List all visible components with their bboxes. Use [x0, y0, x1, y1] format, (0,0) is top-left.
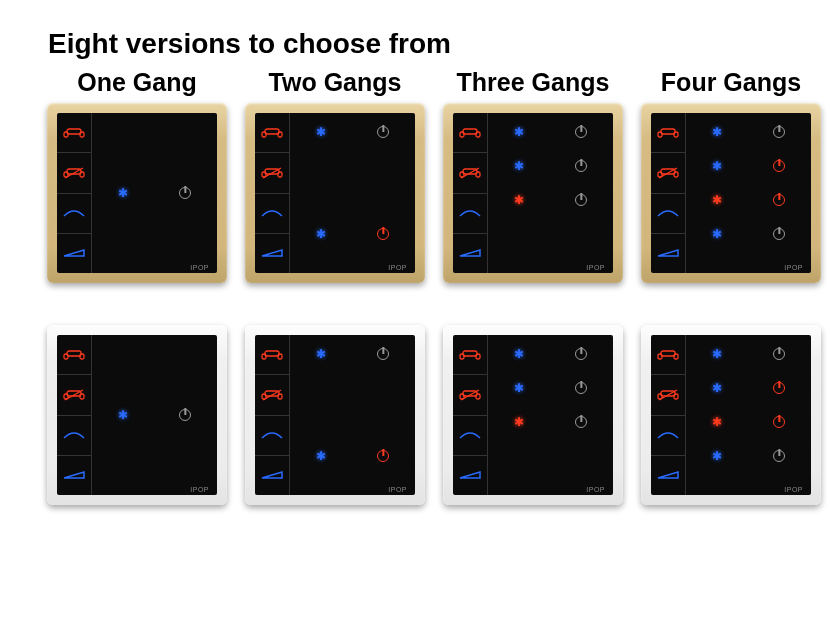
curve-icon[interactable] — [57, 416, 91, 456]
svg-rect-33 — [476, 172, 480, 177]
page-title: Eight versions to choose from — [48, 28, 830, 60]
sofa-off-icon[interactable] — [651, 153, 685, 193]
gang-row: ✱ — [488, 337, 613, 371]
gang-row: ✱ — [686, 371, 811, 405]
side-strip — [57, 335, 92, 495]
side-strip — [651, 335, 686, 495]
wedge-icon[interactable] — [651, 234, 685, 273]
indicator-star-icon: ✱ — [514, 193, 524, 207]
sofa-off-icon[interactable] — [453, 375, 487, 415]
sofa-off-icon[interactable] — [651, 375, 685, 415]
svg-rect-19 — [278, 172, 282, 177]
svg-rect-30 — [476, 132, 480, 137]
sofa-icon[interactable] — [651, 113, 685, 153]
gang-row: ✱ — [488, 371, 613, 405]
sofa-off-icon[interactable] — [453, 153, 487, 193]
indicator-star-icon: ✱ — [712, 227, 722, 241]
col-four: Four Gangs ✱✱✱✱IPOP ✱✱✱✱IPOP — [632, 68, 830, 547]
wedge-icon[interactable] — [255, 456, 289, 495]
power-icon[interactable] — [773, 382, 785, 394]
main-area: ✱✱IPOP — [290, 335, 415, 495]
power-icon[interactable] — [773, 126, 785, 138]
svg-rect-29 — [460, 132, 464, 137]
gang-row: ✱ — [92, 398, 217, 432]
touch-panel: ✱✱✱✱IPOP — [651, 113, 811, 273]
sofa-off-icon[interactable] — [57, 375, 91, 415]
wedge-icon[interactable] — [453, 234, 487, 273]
power-icon[interactable] — [773, 450, 785, 462]
power-icon[interactable] — [773, 416, 785, 428]
sofa-icon[interactable] — [57, 113, 91, 153]
brand-label: IPOP — [784, 264, 803, 271]
sofa-icon[interactable] — [453, 113, 487, 153]
side-strip — [57, 113, 92, 273]
curve-icon[interactable] — [453, 416, 487, 456]
main-area: ✱✱✱✱IPOP — [686, 335, 811, 495]
gang-row: ✱ — [686, 337, 811, 371]
power-icon[interactable] — [575, 416, 587, 428]
power-icon[interactable] — [773, 228, 785, 240]
indicator-star-icon: ✱ — [712, 125, 722, 139]
indicator-star-icon: ✱ — [118, 408, 128, 422]
label-three: Three Gangs — [457, 68, 610, 97]
wedge-icon[interactable] — [57, 456, 91, 495]
sofa-off-icon[interactable] — [255, 375, 289, 415]
power-icon[interactable] — [773, 348, 785, 360]
power-icon[interactable] — [179, 187, 191, 199]
indicator-star-icon: ✱ — [712, 415, 722, 429]
sofa-off-icon[interactable] — [255, 153, 289, 193]
col-two: Two Gangs ✱✱IPOP ✱✱IPOP — [236, 68, 434, 547]
svg-rect-40 — [476, 394, 480, 399]
power-icon[interactable] — [377, 126, 389, 138]
wedge-icon[interactable] — [651, 456, 685, 495]
power-icon[interactable] — [575, 160, 587, 172]
svg-rect-5 — [80, 172, 84, 177]
gang-row: ✱ — [686, 405, 811, 439]
curve-icon[interactable] — [651, 416, 685, 456]
main-area: ✱IPOP — [92, 335, 217, 495]
wedge-icon[interactable] — [453, 456, 487, 495]
curve-icon[interactable] — [57, 194, 91, 234]
svg-rect-15 — [262, 132, 266, 137]
indicator-star-icon: ✱ — [712, 449, 722, 463]
svg-rect-54 — [674, 394, 678, 399]
indicator-star-icon: ✱ — [316, 125, 326, 139]
label-two: Two Gangs — [269, 68, 402, 97]
sofa-icon[interactable] — [255, 113, 289, 153]
power-icon[interactable] — [377, 348, 389, 360]
svg-rect-22 — [262, 354, 266, 359]
col-three: Three Gangs ✱✱✱IPOP ✱✱✱IPOP — [434, 68, 632, 547]
sofa-icon[interactable] — [651, 335, 685, 375]
brand-label: IPOP — [586, 486, 605, 493]
svg-rect-43 — [658, 132, 662, 137]
power-icon[interactable] — [377, 450, 389, 462]
touch-panel: ✱IPOP — [57, 335, 217, 495]
sofa-icon[interactable] — [255, 335, 289, 375]
main-area: ✱✱✱✱IPOP — [686, 113, 811, 273]
power-icon[interactable] — [575, 194, 587, 206]
sofa-icon[interactable] — [453, 335, 487, 375]
curve-icon[interactable] — [453, 194, 487, 234]
power-icon[interactable] — [179, 409, 191, 421]
power-icon[interactable] — [773, 160, 785, 172]
wedge-icon[interactable] — [255, 234, 289, 273]
switch-one-white: ✱IPOP — [47, 325, 227, 505]
power-icon[interactable] — [575, 382, 587, 394]
curve-icon[interactable] — [255, 194, 289, 234]
curve-icon[interactable] — [651, 194, 685, 234]
indicator-star-icon: ✱ — [514, 415, 524, 429]
indicator-star-icon: ✱ — [514, 347, 524, 361]
power-icon[interactable] — [377, 228, 389, 240]
curve-icon[interactable] — [255, 416, 289, 456]
svg-rect-28 — [463, 129, 477, 134]
power-icon[interactable] — [575, 348, 587, 360]
main-area: ✱IPOP — [92, 113, 217, 273]
sofa-off-icon[interactable] — [57, 153, 91, 193]
wedge-icon[interactable] — [57, 234, 91, 273]
power-icon[interactable] — [773, 194, 785, 206]
power-icon[interactable] — [575, 126, 587, 138]
svg-rect-36 — [460, 354, 464, 359]
sofa-icon[interactable] — [57, 335, 91, 375]
touch-panel: ✱✱✱IPOP — [453, 113, 613, 273]
gang-row: ✱ — [686, 439, 811, 473]
